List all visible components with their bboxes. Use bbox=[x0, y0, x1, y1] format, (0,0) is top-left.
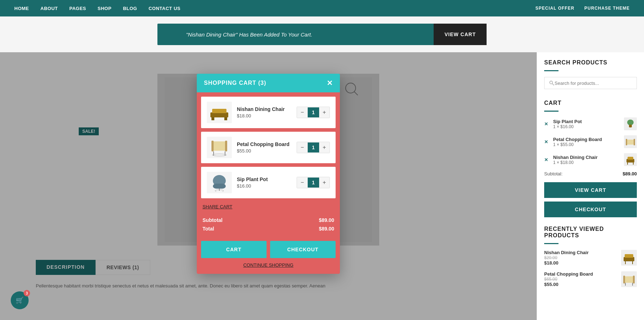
sidebar-cart-title: CART bbox=[544, 100, 637, 106]
nav-purchase-theme[interactable]: PURCHASE THEME bbox=[584, 6, 630, 11]
cart-item-3-qty-plus[interactable]: + bbox=[319, 177, 330, 188]
search-input[interactable] bbox=[555, 81, 632, 86]
cart-item-2-qty-value: 1 bbox=[308, 142, 319, 152]
total-value: $89.00 bbox=[319, 226, 334, 232]
cart-item-1-name: Nishan Dining Chair bbox=[237, 106, 285, 112]
nav-home[interactable]: HOME bbox=[14, 6, 29, 11]
svg-rect-46 bbox=[623, 276, 625, 283]
nav-left: HOME ABOUT PAGES SHOP BLOG CONTACT US bbox=[14, 6, 180, 11]
go-to-checkout-button[interactable]: CHECKOUT bbox=[270, 241, 336, 258]
sidebar: SEARCH PRODUCTS CART ✕ Sip Plant Pot 1 ×… bbox=[537, 52, 644, 320]
cart-item-3-image bbox=[207, 172, 232, 193]
main-content: SALE! bbox=[0, 52, 537, 320]
cart-item-1-left: Nishan Dining Chair $18.00 bbox=[207, 102, 285, 123]
sidebar-view-cart-button[interactable]: VIEW CART bbox=[544, 182, 637, 198]
nav-shop[interactable]: SHOP bbox=[98, 6, 112, 11]
search-divider bbox=[544, 70, 558, 71]
svg-rect-22 bbox=[225, 141, 227, 151]
sidebar-cart-item-1: ✕ Sip Plant Pot 1 × $16.00 bbox=[544, 117, 637, 130]
remove-item-3-button[interactable]: ✕ bbox=[544, 157, 548, 163]
sidebar-cart-item-3: ✕ Nishan Dining Chair 1 × $18.00 bbox=[544, 153, 637, 166]
cart-item-2-image bbox=[207, 137, 232, 158]
remove-item-2-button[interactable]: ✕ bbox=[544, 139, 548, 145]
svg-rect-27 bbox=[213, 184, 226, 189]
modal-overlay: SHOPPING CART (3) ✕ bbox=[0, 52, 537, 320]
search-box bbox=[544, 77, 637, 89]
svg-point-32 bbox=[627, 120, 634, 125]
cart-badge: 3 bbox=[24, 290, 30, 296]
sidebar-item-2-name: Petal Chopping Board bbox=[553, 137, 602, 142]
remove-item-1-button[interactable]: ✕ bbox=[544, 121, 548, 127]
nav-special-offer[interactable]: SPECIAL OFFER bbox=[536, 6, 575, 11]
recently-viewed-title: RECENTLY VIEWED PRODUCTS bbox=[544, 226, 637, 239]
cart-item-3-qty-control: − 1 + bbox=[297, 177, 330, 188]
go-to-cart-button[interactable]: CART bbox=[201, 241, 267, 258]
sidebar-item-3-thumb bbox=[624, 153, 637, 166]
nav-pages[interactable]: PAGES bbox=[69, 6, 86, 11]
sidebar-item-1-thumb bbox=[624, 117, 637, 130]
sidebar-subtotal: Subtotal: $89.00 bbox=[544, 171, 637, 176]
subtotal-label: Subtotal bbox=[203, 217, 223, 223]
cart-item-1: Nishan Dining Chair $18.00 − 1 + bbox=[201, 97, 336, 128]
cart-item-3: Sip Plant Pot $16.00 − 1 + bbox=[201, 167, 336, 198]
modal-close-button[interactable]: ✕ bbox=[327, 79, 333, 87]
page-layout: SALE! bbox=[0, 52, 644, 320]
rv-item-2-old-price: $65.00 bbox=[544, 277, 593, 282]
cart-item-2-left: Petal Chopping Board $55.00 bbox=[207, 137, 289, 158]
cart-item-1-image bbox=[207, 102, 232, 123]
rv-item-2-name: Petal Chopping Board bbox=[544, 271, 593, 277]
rv-item-2-new-price: $55.00 bbox=[544, 282, 593, 287]
rv-item-2-thumb bbox=[621, 271, 637, 287]
notification-bar: "Nishan Dining Chair" Has Been Added To … bbox=[157, 24, 487, 45]
cart-item-1-qty-plus[interactable]: + bbox=[319, 107, 330, 118]
modal-body: Nishan Dining Chair $18.00 − 1 + bbox=[197, 92, 340, 274]
sidebar-item-2-thumb bbox=[624, 135, 637, 148]
subtotal-row: Subtotal $89.00 bbox=[203, 216, 334, 224]
cart-item-3-price: $16.00 bbox=[237, 183, 268, 189]
search-icon bbox=[549, 80, 555, 86]
cart-item-1-qty-control: − 1 + bbox=[297, 107, 330, 118]
cart-item-1-qty-value: 1 bbox=[308, 107, 319, 117]
shopping-cart-modal: SHOPPING CART (3) ✕ bbox=[197, 74, 340, 274]
rv-item-1-old-price: $20.00 bbox=[544, 255, 589, 260]
sidebar-subtotal-label: Subtotal: bbox=[544, 171, 562, 176]
cart-item-3-qty-minus[interactable]: − bbox=[297, 177, 307, 188]
cart-item-1-qty-minus[interactable]: − bbox=[297, 107, 307, 118]
cart-item-2-price: $55.00 bbox=[237, 148, 289, 154]
sidebar-checkout-button[interactable]: CHECKOUT bbox=[544, 202, 637, 217]
cart-item-3-left: Sip Plant Pot $16.00 bbox=[207, 172, 268, 193]
nav-blog[interactable]: BLOG bbox=[123, 6, 137, 11]
total-row: Total $89.00 bbox=[203, 224, 334, 233]
nav-right: SPECIAL OFFER PURCHASE THEME bbox=[536, 6, 630, 11]
rv-item-2: Petal Chopping Board $65.00 $55.00 bbox=[544, 271, 637, 287]
svg-rect-36 bbox=[634, 139, 635, 145]
search-products-title: SEARCH PRODUCTS bbox=[544, 59, 637, 66]
cart-item-2: Petal Chopping Board $55.00 − 1 + bbox=[201, 132, 336, 163]
svg-rect-18 bbox=[211, 117, 214, 120]
cart-item-2-qty-plus[interactable]: + bbox=[319, 142, 330, 153]
sidebar-item-3-qty: 1 × $18.00 bbox=[553, 160, 597, 165]
sidebar-item-1-qty: 1 × $16.00 bbox=[553, 124, 582, 129]
nav-contact[interactable]: CONTACT US bbox=[148, 6, 180, 11]
total-label: Total bbox=[203, 226, 214, 232]
cart-item-2-qty-minus[interactable]: − bbox=[297, 142, 307, 153]
rv-item-1-name: Nishan Dining Chair bbox=[544, 250, 589, 255]
continue-shopping-link[interactable]: CONTINUE SHOPPING bbox=[243, 262, 293, 268]
svg-rect-35 bbox=[626, 139, 627, 145]
cart-item-2-qty-control: − 1 + bbox=[297, 142, 330, 153]
sidebar-item-1-name: Sip Plant Pot bbox=[553, 119, 582, 124]
svg-rect-17 bbox=[212, 109, 226, 113]
rv-item-1-new-price: $18.00 bbox=[544, 260, 589, 266]
sidebar-item-3-name: Nishan Dining Chair bbox=[553, 155, 597, 160]
recently-viewed-divider bbox=[544, 243, 558, 244]
nav-about[interactable]: ABOUT bbox=[40, 6, 58, 11]
rv-item-1: Nishan Dining Chair $20.00 $18.00 bbox=[544, 250, 637, 266]
floating-cart-button[interactable]: 🛒 3 bbox=[11, 291, 29, 309]
view-cart-button[interactable]: VIEW CART bbox=[434, 24, 487, 45]
modal-title: SHOPPING CART (3) bbox=[204, 80, 266, 86]
modal-header: SHOPPING CART (3) ✕ bbox=[197, 74, 340, 92]
cart-item-1-info: Nishan Dining Chair $18.00 bbox=[237, 106, 285, 118]
svg-rect-19 bbox=[224, 117, 227, 120]
share-cart-link[interactable]: SHARE CART bbox=[203, 204, 233, 209]
svg-rect-21 bbox=[211, 141, 214, 151]
